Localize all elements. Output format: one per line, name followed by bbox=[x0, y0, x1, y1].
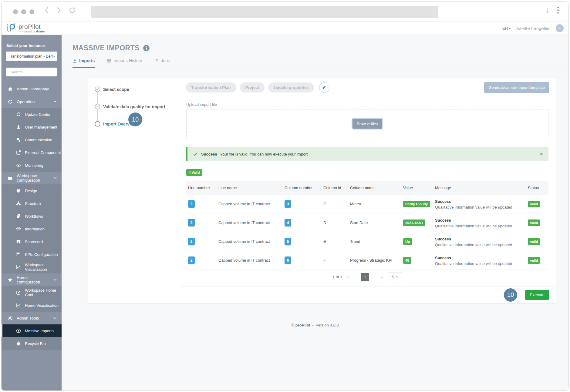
refresh-icon[interactable] bbox=[68, 6, 76, 14]
line-name: Capped volume in IT contract bbox=[218, 239, 285, 244]
user-name[interactable]: Juliette Langellier bbox=[515, 26, 551, 31]
last-page-icon[interactable]: » bbox=[380, 274, 383, 280]
sidebar-item-communication[interactable]: Communication bbox=[2, 133, 62, 146]
sidebar-item-scorecard[interactable]: Scorecard bbox=[2, 235, 62, 248]
first-page-icon[interactable]: « bbox=[347, 274, 349, 280]
info-icon[interactable] bbox=[143, 45, 150, 51]
download-icon[interactable]: ↓ bbox=[545, 6, 549, 14]
browser-window: ↓ proPilot — Powered by dFakto EN ▾ Juli… bbox=[1, 1, 569, 391]
table-icon bbox=[107, 59, 111, 63]
sidebar-item-label: User management bbox=[25, 125, 57, 129]
execute-button[interactable]: Execute bbox=[525, 290, 549, 300]
sidebar-item-label: Workspace Visualization bbox=[25, 263, 62, 272]
tab-imports-history[interactable]: Imports History bbox=[107, 58, 142, 68]
chevron-down-icon: ▾ bbox=[509, 27, 511, 30]
table-row: 2 Capped volume in IT contract 3 C Meteo… bbox=[186, 195, 548, 213]
update-properties-button[interactable]: Update properties bbox=[268, 82, 314, 92]
sidebar-item-workspace-visualization[interactable]: Workspace Visualization bbox=[2, 261, 62, 273]
sidebar-item-monitoring[interactable]: Monitoring bbox=[2, 159, 62, 172]
sidebar-item-label: Recycle Bin bbox=[25, 341, 46, 346]
refresh-icon bbox=[16, 112, 21, 117]
main-content: MASSIVE IMPORTS Imports Imports History … bbox=[62, 35, 568, 390]
column-id: F bbox=[323, 258, 350, 263]
footer-brand: proPilot bbox=[295, 323, 310, 327]
window-dot-icon[interactable] bbox=[29, 9, 34, 14]
tab-jobs[interactable]: Jobs bbox=[154, 58, 170, 68]
message-detail: Qualitative information value will be up… bbox=[435, 261, 525, 266]
sidebar-item-admin-homepage[interactable]: Admin Homepage bbox=[2, 82, 62, 95]
sidebar-item-design[interactable]: Design bbox=[2, 184, 62, 197]
check-circle-icon bbox=[95, 104, 100, 109]
window-dot-icon[interactable] bbox=[13, 9, 18, 14]
sidebar-item-label: Admin Tools bbox=[17, 316, 39, 320]
sidebar-item-user-management[interactable]: User management bbox=[2, 121, 62, 133]
window-dot-icon[interactable] bbox=[21, 9, 26, 14]
previous-page-icon[interactable]: ‹ bbox=[355, 274, 356, 280]
flag-icon bbox=[16, 252, 21, 257]
sidebar-item-label: External Component bbox=[25, 150, 61, 155]
page-size-select[interactable]: 5 bbox=[388, 273, 402, 281]
sidebar-item-kpis-configuration[interactable]: KPIs Configuration bbox=[2, 248, 62, 261]
generate-template-button[interactable]: Generate a new import template bbox=[484, 82, 549, 93]
eye-icon bbox=[16, 163, 21, 168]
file-drop-zone[interactable]: Browse files bbox=[186, 109, 548, 138]
back-icon[interactable] bbox=[44, 6, 49, 14]
import-card: Select scope Validate data quality for i… bbox=[88, 78, 556, 303]
line-number-badge: 2 bbox=[188, 238, 195, 245]
import-panel: Transformation Plan Project Update prope… bbox=[179, 78, 556, 303]
window-controls[interactable] bbox=[13, 9, 34, 14]
close-icon[interactable]: × bbox=[540, 151, 543, 157]
footer-version-number: 4.8.0 bbox=[330, 323, 339, 327]
sidebar-item-workflows[interactable]: Workflows bbox=[2, 210, 62, 223]
status-badge: valid bbox=[528, 219, 540, 226]
address-bar[interactable] bbox=[91, 6, 438, 18]
step-validate-data[interactable]: Validate data quality for import bbox=[95, 104, 167, 109]
sidebar-item-label: Communication bbox=[25, 138, 52, 142]
edit-scope-button[interactable] bbox=[319, 82, 329, 93]
sidebar-item-recycle-bin[interactable]: Recycle Bin bbox=[2, 337, 62, 350]
column-id: C bbox=[323, 202, 350, 206]
next-page-icon[interactable]: › bbox=[374, 274, 376, 280]
sidebar-item-update-center[interactable]: Update Center bbox=[2, 108, 62, 121]
browse-files-button[interactable]: Browse files bbox=[352, 119, 382, 129]
sidebar-item-operation[interactable]: Operation bbox=[2, 95, 62, 108]
propilot-logo-icon bbox=[6, 22, 17, 33]
sidebar-item-label: Design bbox=[25, 189, 37, 193]
project-button[interactable]: Project bbox=[240, 82, 265, 92]
sidebar-item-workspace-configuration[interactable]: Workspace configuration bbox=[2, 172, 62, 184]
sidebar-item-admin-tools[interactable]: Admin Tools bbox=[2, 312, 62, 324]
valid-count-badge: 4 Valid bbox=[186, 169, 202, 176]
sidebar-item-structure[interactable]: Structure bbox=[2, 197, 62, 210]
message-title: Success bbox=[435, 237, 451, 241]
chevron-down-icon bbox=[53, 279, 57, 281]
browser-menu-icon[interactable] bbox=[557, 7, 559, 14]
user-icon bbox=[16, 125, 21, 129]
avatar[interactable]: JL bbox=[556, 24, 564, 32]
page-size-value: 5 bbox=[391, 275, 393, 279]
alert-title: Success bbox=[201, 152, 217, 156]
sidebar-item-label: Monitoring bbox=[25, 163, 43, 168]
instance-select[interactable]: Transformation plan - Demo ▾ bbox=[6, 52, 57, 61]
panel-footer: 10 Execute bbox=[179, 286, 556, 303]
search-input[interactable] bbox=[11, 70, 59, 74]
forward-icon[interactable] bbox=[56, 6, 62, 14]
tab-imports[interactable]: Imports bbox=[73, 58, 95, 68]
message-title: Success bbox=[435, 218, 451, 223]
trash-icon bbox=[16, 341, 21, 346]
sidebar-item-massive-imports[interactable]: Massive Imports bbox=[2, 324, 62, 337]
column-header: Line name bbox=[218, 186, 285, 190]
sidebar-item-workspace-home-conf[interactable]: Workspace Home Conf... bbox=[2, 286, 62, 299]
line-name: Capped volume in IT contract bbox=[218, 220, 285, 225]
sidebar-item-external-component[interactable]: External Component bbox=[2, 146, 62, 159]
transformation-plan-button[interactable]: Transformation Plan bbox=[186, 82, 236, 92]
step-select-scope[interactable]: Select scope bbox=[95, 86, 131, 92]
sidebar-item-home-configuration[interactable]: Home configuration bbox=[2, 273, 62, 286]
sidebar-item-information[interactable]: Information bbox=[2, 223, 62, 235]
column-name: Meteo bbox=[350, 202, 403, 206]
pages-icon bbox=[16, 214, 21, 219]
sidebar-search[interactable] bbox=[6, 68, 57, 76]
language-selector[interactable]: EN ▾ bbox=[502, 26, 511, 31]
current-page-button[interactable]: 1 bbox=[361, 273, 369, 281]
sidebar-item-home-visualisation[interactable]: Home Visualisation bbox=[2, 299, 62, 312]
value-badge: Partly Cloudy bbox=[403, 201, 430, 207]
